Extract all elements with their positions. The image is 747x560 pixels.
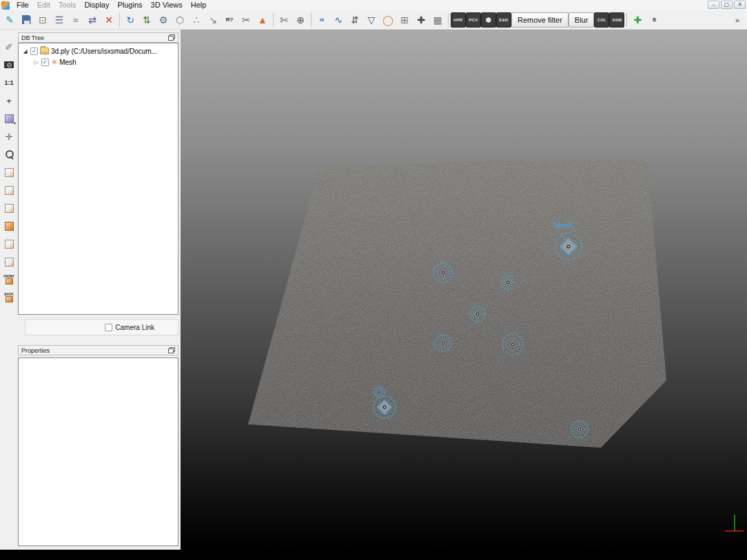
rotate-center-button[interactable]: ⊕: [292, 12, 309, 28]
pivot-center-button[interactable]: +: [1, 93, 17, 108]
db-tree-header[interactable]: DB Tree: [18, 32, 178, 43]
root-label[interactable]: 3d.ply (C:/Users/isxsmad/Docum...: [51, 48, 157, 55]
zoom-button[interactable]: [1, 147, 17, 162]
s-tool-button[interactable]: S: [646, 12, 662, 28]
toolbar-overflow-button[interactable]: »: [729, 12, 746, 28]
edl-button[interactable]: E&D: [496, 12, 511, 28]
tree-row-root[interactable]: ◢ ✓ 3d.ply (C:/Users/isxsmad/Docum...: [19, 45, 178, 56]
main-area: ✐1:1+▾✛FRONTBACK DB Tree ◢ ✓ 3d.ply (C:/…: [0, 30, 747, 550]
sf-min-max-icon: ⇵: [351, 14, 359, 25]
histogram-button[interactable]: ılı: [314, 12, 330, 28]
properties-header[interactable]: Properties: [18, 345, 178, 355]
menu-file[interactable]: File: [12, 0, 33, 10]
segment-button[interactable]: ✂: [238, 12, 254, 28]
resample-button[interactable]: ↘: [205, 12, 221, 28]
filter-by-value-button[interactable]: ▽: [363, 12, 380, 28]
rotate-button[interactable]: ↻: [122, 12, 139, 28]
add-sf-button[interactable]: ✚: [413, 12, 429, 28]
translate-icon: ⇄: [88, 14, 96, 25]
octree-button[interactable]: ⬡: [172, 12, 188, 28]
mesh-label[interactable]: Mesh: [59, 59, 76, 66]
view-right-button[interactable]: [1, 218, 17, 234]
ssao-button[interactable]: SSM: [609, 12, 624, 28]
window-controls: – ▢ ✕: [708, 1, 746, 9]
clone-button[interactable]: ⊡: [34, 12, 51, 28]
translate-button[interactable]: ⇄: [84, 12, 101, 28]
iso-view-button[interactable]: ▾: [1, 111, 17, 126]
menu-plugins[interactable]: Plugins: [113, 0, 146, 10]
maximize-button[interactable]: ▢: [721, 1, 733, 9]
root-checkbox[interactable]: ✓: [30, 48, 38, 55]
toolbar-separator: [311, 13, 311, 27]
hex-shader-button[interactable]: ⬢: [481, 12, 496, 28]
pick-tool-button[interactable]: ✐: [1, 39, 17, 54]
point-picking-button[interactable]: ⇅: [139, 12, 155, 28]
float-panel-icon[interactable]: [168, 347, 175, 353]
menu-3d-views[interactable]: 3D Views: [147, 0, 187, 10]
pcv-button[interactable]: PCV: [466, 12, 481, 28]
remove-filter-button[interactable]: Remove filter: [511, 12, 569, 28]
menu-display[interactable]: Display: [80, 0, 113, 10]
subsample-icon: ∴: [194, 14, 200, 25]
minimize-button[interactable]: –: [708, 1, 719, 9]
properties-panel: [18, 357, 178, 546]
s-tool-icon: S: [653, 17, 656, 23]
pan-button[interactable]: ✛: [1, 129, 17, 144]
view-top-button[interactable]: [1, 165, 17, 180]
expander-icon[interactable]: ▷: [33, 59, 39, 65]
menu-tools[interactable]: Tools: [54, 0, 81, 10]
chevron-down-icon[interactable]: ▾: [14, 121, 16, 125]
view-bottom-button[interactable]: [1, 254, 17, 269]
scalpel-button[interactable]: ✄: [276, 12, 292, 28]
expander-icon[interactable]: ◢: [22, 48, 28, 54]
subsample-button[interactable]: ∴: [188, 12, 205, 28]
sphere-tool-button[interactable]: ◯: [380, 12, 396, 28]
view-back-face-button[interactable]: [1, 236, 17, 251]
float-panel-icon[interactable]: [168, 34, 175, 41]
tree-row-mesh[interactable]: ▷ ✓ ✳ Mesh: [19, 56, 178, 68]
sphere-tool-icon: ◯: [382, 14, 393, 25]
close-button[interactable]: ✕: [734, 1, 746, 9]
view-top-icon: [5, 168, 14, 177]
sf-gradient-button[interactable]: ∿: [330, 12, 347, 28]
pivot-center-icon: +: [6, 96, 12, 106]
open-button[interactable]: ✎: [1, 12, 18, 28]
view-front-face-button[interactable]: [1, 183, 17, 198]
menu-edit[interactable]: Edit: [33, 0, 54, 10]
zoom-fit-button[interactable]: 1:1: [1, 75, 17, 90]
grid-button[interactable]: ▦: [429, 12, 446, 28]
delete-button[interactable]: ✕: [101, 12, 117, 28]
trace-polyline-button[interactable]: ≈: [68, 12, 84, 28]
histogram-icon: ılı: [320, 17, 325, 23]
properties-list-button[interactable]: ☰: [51, 12, 68, 28]
dock-gap: [18, 335, 178, 345]
point-list-picking-button[interactable]: R?: [221, 12, 238, 28]
3d-viewport[interactable]: Mesh: [181, 30, 747, 550]
db-tree-title: DB Tree: [21, 34, 44, 41]
save-button[interactable]: [18, 12, 34, 28]
cloudcompare-window: FileEditToolsDisplayPlugins3D ViewsHelp …: [0, 0, 747, 560]
main-toolbar: ✎⊡☰≈⇄✕↻⇅⚙⬡∴↘R?✂▲✄⊕ılı∿⇵▽◯⊞✚▦HPRPCV⬢E&DRe…: [0, 10, 747, 30]
back-view-button[interactable]: BACK: [1, 290, 17, 305]
box-grid-button[interactable]: ⊞: [396, 12, 413, 28]
scalpel-icon: ✄: [280, 14, 288, 25]
front-view-button[interactable]: FRONT: [1, 272, 17, 287]
blur-button[interactable]: Blur: [569, 12, 595, 28]
primitive-factory-button[interactable]: ▲: [254, 12, 271, 28]
green-plus-button[interactable]: ✚: [629, 12, 646, 28]
menu-help[interactable]: Help: [187, 0, 211, 10]
delete-icon: ✕: [105, 14, 113, 25]
camera-link-checkbox[interactable]: [105, 324, 112, 331]
toolbar-separator: [626, 13, 627, 27]
hpr-button[interactable]: HPR: [451, 12, 466, 28]
compute-normals-button[interactable]: ⚙: [155, 12, 172, 28]
menu-bar: FileEditToolsDisplayPlugins3D ViewsHelp …: [0, 0, 747, 10]
screenshot-button[interactable]: [1, 57, 17, 72]
pan-icon: ✛: [6, 132, 13, 142]
mesh-checkbox[interactable]: ✓: [41, 59, 49, 66]
col-button[interactable]: COL: [594, 12, 609, 28]
sf-gradient-icon: ∿: [334, 14, 342, 25]
primitive-factory-icon: ▲: [258, 14, 267, 25]
view-left-button[interactable]: [1, 200, 17, 216]
sf-min-max-button[interactable]: ⇵: [347, 12, 363, 28]
